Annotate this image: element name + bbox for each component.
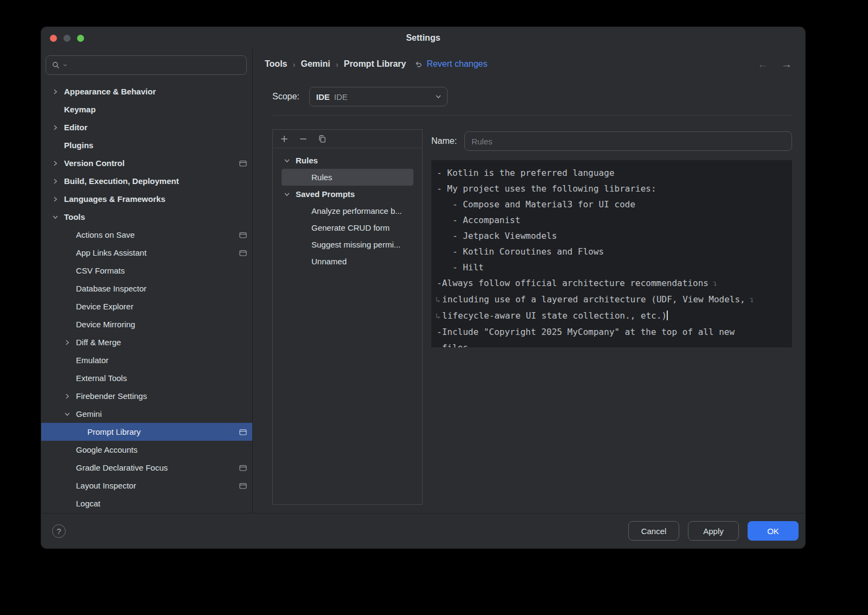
text-cursor <box>667 310 668 320</box>
minimize-button[interactable] <box>63 35 71 42</box>
prompt-name-input[interactable] <box>464 131 792 151</box>
apply-button[interactable]: Apply <box>688 521 739 541</box>
prompt-item-label: Unnamed <box>311 257 347 266</box>
prompt-item-suggest-missing-permissions[interactable]: Suggest missing permi... <box>273 236 422 253</box>
prompt-group-saved-prompts[interactable]: Saved Prompts <box>273 186 422 202</box>
breadcrumb-separator: › <box>336 60 339 69</box>
soft-wrap-icon: ↴ <box>712 278 717 288</box>
help-button[interactable]: ? <box>52 524 66 538</box>
editor-line: ↳lifecycle-aware UI state collection., e… <box>437 308 787 324</box>
prompt-list-toolbar <box>273 130 422 148</box>
soft-wrap-icon: ↳ <box>436 311 441 321</box>
prompt-item-analyze-performance[interactable]: Analyze performance b... <box>273 202 422 219</box>
chevron-right-icon[interactable] <box>52 88 59 95</box>
settings-search-input[interactable] <box>46 55 247 75</box>
chevron-right-icon[interactable] <box>52 160 59 167</box>
navigate-forward-icon[interactable]: → <box>781 59 792 69</box>
close-button[interactable] <box>50 35 57 42</box>
ide-config-icon <box>239 250 247 256</box>
remove-prompt-button[interactable] <box>299 135 308 143</box>
sidebar-item-layout-inspector[interactable]: Layout Inspector <box>41 477 252 494</box>
prompt-item-rules[interactable]: Rules <box>282 169 413 186</box>
add-prompt-button[interactable] <box>280 135 289 143</box>
chevron-down-icon <box>435 93 442 100</box>
search-history-chevron-icon <box>63 63 67 67</box>
prompt-group-rules[interactable]: Rules <box>273 152 422 169</box>
sidebar-item-languages-frameworks[interactable]: Languages & Frameworks <box>41 190 252 208</box>
sidebar-item-label: Editor <box>64 123 87 132</box>
cancel-button[interactable]: Cancel <box>628 521 679 541</box>
chevron-right-icon[interactable] <box>64 393 71 400</box>
sidebar-item-device-mirroring[interactable]: Device Mirroring <box>41 315 252 333</box>
sidebar-item-editor[interactable]: Editor <box>41 118 252 136</box>
ide-config-icon <box>239 429 247 435</box>
prompt-tree: Rules Rules Saved Prompts Analyze perfor… <box>273 148 422 270</box>
zoom-button[interactable] <box>77 35 84 42</box>
prompt-group-label: Saved Prompts <box>296 189 355 199</box>
sidebar-item-emulator[interactable]: Emulator <box>41 351 252 369</box>
prompt-detail-panel: Name: - Kotlin is the preferred language… <box>431 129 792 505</box>
sidebar-item-label: External Tools <box>76 373 127 383</box>
sidebar-item-external-tools[interactable]: External Tools <box>41 369 252 387</box>
editor-line: - Accompanist <box>437 212 787 228</box>
sidebar-item-label: Google Accounts <box>76 445 137 454</box>
sidebar-item-google-accounts[interactable]: Google Accounts <box>41 441 252 459</box>
sidebar-item-prompt-library[interactable]: Prompt Library <box>41 423 252 441</box>
settings-tree: Appearance & Behavior Keymap Editor Plug… <box>41 83 252 513</box>
sidebar-item-label: App Links Assistant <box>76 248 146 257</box>
scope-dropdown[interactable]: IDE IDE <box>309 87 448 106</box>
editor-line: - Hilt <box>437 259 787 275</box>
chevron-down-icon[interactable] <box>64 411 71 417</box>
copy-prompt-button[interactable] <box>318 135 327 143</box>
sidebar-item-plugins[interactable]: Plugins <box>41 136 252 154</box>
breadcrumb-gemini[interactable]: Gemini <box>301 59 330 69</box>
settings-sidebar: Appearance & Behavior Keymap Editor Plug… <box>41 49 253 513</box>
sidebar-item-keymap[interactable]: Keymap <box>41 100 252 118</box>
prompt-content-editor[interactable]: - Kotlin is the preferred language - My … <box>431 160 792 347</box>
prompt-name-label: Name: <box>431 136 457 146</box>
sidebar-item-label: Tools <box>64 212 85 221</box>
search-icon <box>52 61 60 69</box>
sidebar-item-actions-on-save[interactable]: Actions on Save <box>41 226 252 244</box>
sidebar-item-diff-merge[interactable]: Diff & Merge <box>41 333 252 351</box>
sidebar-item-logcat[interactable]: Logcat <box>41 494 252 512</box>
editor-line: files <box>437 340 787 347</box>
sidebar-item-label: Device Explorer <box>76 302 133 311</box>
prompt-item-unnamed[interactable]: Unnamed <box>273 253 422 270</box>
navigate-back-icon[interactable]: ← <box>757 59 768 69</box>
breadcrumb-separator: › <box>292 60 295 69</box>
breadcrumb-tools[interactable]: Tools <box>265 59 287 69</box>
sidebar-item-label: Logcat <box>76 499 100 508</box>
chevron-right-icon[interactable] <box>52 124 59 131</box>
editor-line: - Jetpack Viewmodels <box>437 228 787 244</box>
chevron-down-icon[interactable] <box>284 157 290 164</box>
editor-line: -Always follow official architecture rec… <box>437 275 787 291</box>
sidebar-item-tools[interactable]: Tools <box>41 208 252 226</box>
chevron-right-icon[interactable] <box>52 178 59 185</box>
sidebar-item-app-links-assistant[interactable]: App Links Assistant <box>41 244 252 262</box>
sidebar-item-label: Languages & Frameworks <box>64 194 165 204</box>
sidebar-item-device-explorer[interactable]: Device Explorer <box>41 297 252 315</box>
revert-changes-label: Revert changes <box>426 59 487 69</box>
sidebar-item-gradle-declarative-focus[interactable]: Gradle Declarative Focus <box>41 459 252 477</box>
sidebar-item-label: Prompt Library <box>87 427 141 436</box>
main-panel: Tools › Gemini › Prompt Library Revert c… <box>253 49 805 513</box>
prompt-item-generate-crud-form[interactable]: Generate CRUD form <box>273 219 422 236</box>
chevron-right-icon[interactable] <box>52 196 59 202</box>
editor-line: ↳including use of a layered architecture… <box>437 291 787 308</box>
sidebar-item-build-execution-deployment[interactable]: Build, Execution, Deployment <box>41 172 252 190</box>
sidebar-item-csv-formats[interactable]: CSV Formats <box>41 262 252 280</box>
ok-button[interactable]: OK <box>748 521 799 541</box>
chevron-down-icon[interactable] <box>284 191 290 198</box>
scope-selected-value: IDE <box>334 92 348 102</box>
chevron-right-icon[interactable] <box>64 339 71 346</box>
revert-changes-link[interactable]: Revert changes <box>414 59 487 69</box>
sidebar-item-database-inspector[interactable]: Database Inspector <box>41 280 252 297</box>
soft-wrap-icon: ↳ <box>436 295 441 305</box>
sidebar-item-label: Version Control <box>64 158 125 168</box>
sidebar-item-version-control[interactable]: Version Control <box>41 154 252 172</box>
chevron-down-icon[interactable] <box>52 214 59 220</box>
sidebar-item-firebender-settings[interactable]: Firebender Settings <box>41 387 252 405</box>
sidebar-item-gemini[interactable]: Gemini <box>41 405 252 423</box>
sidebar-item-appearance-behavior[interactable]: Appearance & Behavior <box>41 83 252 100</box>
